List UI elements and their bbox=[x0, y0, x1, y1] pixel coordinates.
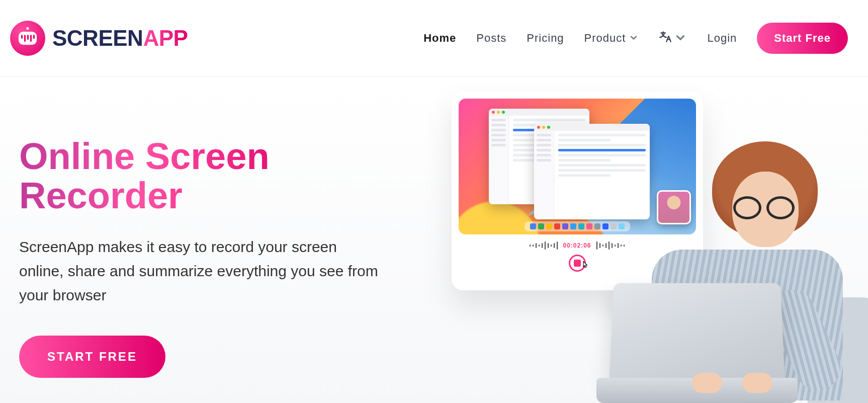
brand-wordmark: SCREENAPP bbox=[52, 26, 188, 51]
site-header: SCREENAPP Home Posts Pricing Product Log… bbox=[0, 0, 868, 76]
language-switcher[interactable] bbox=[659, 30, 687, 46]
chevron-down-icon bbox=[674, 31, 687, 47]
hero-title: Online Screen Recorder bbox=[19, 137, 431, 215]
nav-login[interactable]: Login bbox=[707, 32, 737, 45]
start-free-button-header[interactable]: Start Free bbox=[757, 23, 848, 54]
start-free-button-hero[interactable]: START FREE bbox=[19, 336, 165, 378]
logo-badge-icon bbox=[10, 21, 45, 56]
nav-pricing[interactable]: Pricing bbox=[527, 32, 564, 45]
nav-home[interactable]: Home bbox=[423, 32, 456, 45]
nav-product[interactable]: Product bbox=[584, 32, 639, 45]
hand-shape bbox=[742, 373, 772, 393]
chevron-down-icon bbox=[629, 33, 639, 46]
brand-part1: SCREEN bbox=[52, 26, 143, 50]
hero-section: Online Screen Recorder ScreenApp makes i… bbox=[0, 76, 868, 403]
brand-logo[interactable]: SCREENAPP bbox=[10, 21, 188, 56]
hero-subtitle: ScreenApp makes it easy to record your s… bbox=[19, 235, 381, 307]
nav-posts[interactable]: Posts bbox=[476, 32, 506, 45]
hero-illustration: 00:02:06 bbox=[452, 76, 868, 403]
hero-copy: Online Screen Recorder ScreenApp makes i… bbox=[0, 76, 452, 403]
main-nav: Home Posts Pricing Product Login Start F… bbox=[423, 23, 848, 54]
hand-shape bbox=[692, 373, 722, 393]
glasses-icon bbox=[729, 196, 799, 220]
person-illustration bbox=[576, 121, 858, 403]
nav-product-label: Product bbox=[584, 32, 626, 45]
brand-part2: APP bbox=[143, 26, 188, 50]
translate-icon bbox=[659, 30, 672, 46]
